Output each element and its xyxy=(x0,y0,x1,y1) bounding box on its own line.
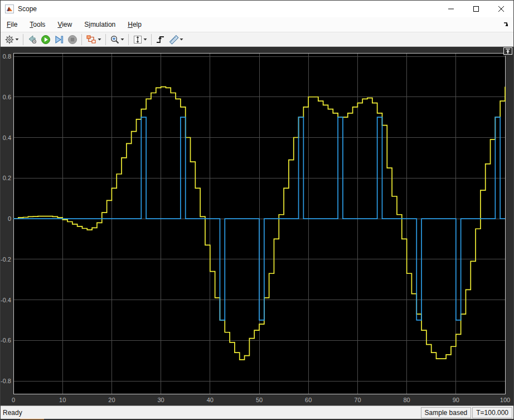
xtick-label: 50 xyxy=(256,397,263,403)
chevron-down-icon xyxy=(98,38,101,41)
ytick-label: 0 xyxy=(8,215,11,222)
xtick-label: 40 xyxy=(207,397,214,403)
signal-routing-button[interactable] xyxy=(85,33,103,46)
run-icon xyxy=(41,35,51,45)
xtick-label: 90 xyxy=(453,397,459,403)
ytick-label: -0.8 xyxy=(1,378,11,384)
chevron-down-icon xyxy=(120,38,124,41)
scale-axes-button[interactable] xyxy=(132,33,148,46)
step-forward-icon xyxy=(54,35,64,45)
scope-plot[interactable]: 0.80.60.40.20-0.2-0.4-0.6-0.801020304050… xyxy=(1,47,514,405)
toolbar xyxy=(1,32,513,47)
close-icon xyxy=(498,6,505,12)
menu-item-help[interactable]: Help xyxy=(122,18,148,31)
menu-item-simulation[interactable]: Simulation xyxy=(78,18,122,31)
maximize-icon xyxy=(473,6,479,12)
measurements-button[interactable] xyxy=(168,33,185,46)
menu-overflow-arrow-icon[interactable] xyxy=(503,20,511,28)
scope-app-icon xyxy=(5,4,14,13)
ytick-label: 0.4 xyxy=(3,134,11,141)
close-button[interactable] xyxy=(488,1,513,17)
expand-axes-button[interactable] xyxy=(503,47,513,56)
zoom-button[interactable] xyxy=(109,33,125,46)
xtick-label: 60 xyxy=(305,397,312,403)
statusbar: Ready Sample based T=100.000 xyxy=(1,405,513,419)
minimize-icon xyxy=(448,6,454,12)
stop-button[interactable] xyxy=(66,33,79,46)
xtick-label: 70 xyxy=(354,397,361,403)
arrow-up-to-bar-icon xyxy=(503,47,512,55)
ytick-label: -0.4 xyxy=(1,297,11,303)
status-sample-mode: Sample based xyxy=(421,407,472,418)
trigger-button[interactable] xyxy=(154,33,167,46)
menu-item-view[interactable]: View xyxy=(51,18,78,31)
chevron-down-icon xyxy=(180,38,183,41)
scope-figure-area[interactable]: 0.80.60.40.20-0.2-0.4-0.6-0.801020304050… xyxy=(1,47,514,405)
xtick-label: 20 xyxy=(108,397,115,403)
xtick-label: 10 xyxy=(59,397,66,403)
chevron-down-icon xyxy=(15,38,19,41)
settings-button[interactable] xyxy=(3,33,20,46)
scope-window: Scope FileToolsViewSimulationHelp xyxy=(0,0,514,420)
status-ready: Ready xyxy=(1,409,421,417)
menu-item-tools[interactable]: Tools xyxy=(23,18,51,31)
maximize-button[interactable] xyxy=(463,1,488,17)
ytick-label: 0.8 xyxy=(3,53,11,60)
xtick-label: 100 xyxy=(500,397,510,403)
xtick-label: 80 xyxy=(403,397,410,403)
toolbar-separator xyxy=(128,34,129,45)
highlight-simulink-block-button[interactable] xyxy=(26,33,38,46)
menu-item-file[interactable]: File xyxy=(1,18,23,31)
minimize-button[interactable] xyxy=(438,1,463,17)
window-title: Scope xyxy=(18,5,37,13)
titlebar: Scope xyxy=(1,1,513,17)
ruler-icon xyxy=(169,35,179,45)
xtick-label: 30 xyxy=(157,397,164,403)
toolbar-separator xyxy=(105,34,106,45)
signal-routing-icon xyxy=(86,35,97,45)
stop-icon xyxy=(67,35,77,45)
window-controls xyxy=(438,1,513,17)
ytick-label: 0.2 xyxy=(3,175,11,181)
magnifier-plus-icon xyxy=(110,35,120,45)
trigger-icon xyxy=(156,35,166,45)
scale-axes-icon xyxy=(133,35,143,45)
ytick-label: -0.2 xyxy=(1,256,11,263)
ytick-label: 0.6 xyxy=(3,94,11,100)
step-forward-button[interactable] xyxy=(53,33,65,46)
toolbar-separator xyxy=(151,34,152,45)
ytick-label: -0.6 xyxy=(1,337,11,344)
run-button[interactable] xyxy=(40,33,52,46)
gear-icon xyxy=(4,35,14,45)
highlight-block-icon xyxy=(27,35,37,45)
status-time: T=100.000 xyxy=(472,407,512,418)
xtick-label: 0 xyxy=(12,397,15,403)
toolbar-separator xyxy=(23,34,23,45)
chevron-down-icon xyxy=(143,38,147,41)
toolbar-separator xyxy=(81,34,82,45)
menubar: FileToolsViewSimulationHelp xyxy=(1,17,513,32)
